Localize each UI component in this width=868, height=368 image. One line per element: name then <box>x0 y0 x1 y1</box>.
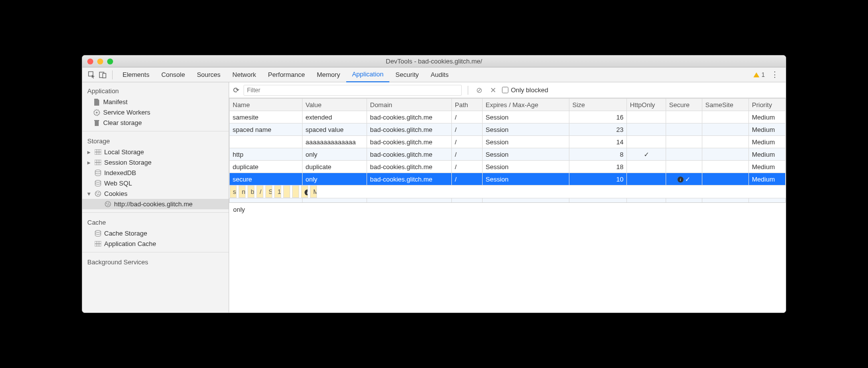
sidebar-item-local-storage[interactable]: ▸ Local Storage <box>82 147 229 157</box>
sidebar-item-label: Session Storage <box>104 159 151 166</box>
table-row[interactable]: samesitenonebad-cookies.glitch.me/Sessio… <box>230 185 303 198</box>
col-name[interactable]: Name <box>230 99 303 111</box>
sidebar-item-label: IndexedDB <box>104 169 136 177</box>
col-path[interactable]: Path <box>452 99 483 111</box>
sidebar-item-session-storage[interactable]: ▸ Session Storage <box>82 157 229 168</box>
col-priority[interactable]: Priority <box>749 99 786 111</box>
table-row-empty[interactable] <box>230 198 786 202</box>
sidebar-item-cookies[interactable]: ▾ Cookies <box>82 188 229 199</box>
cell-domain: bad-cookies.glitch.me <box>367 123 452 136</box>
tab-sources[interactable]: Sources <box>191 67 227 82</box>
inspect-element-icon[interactable] <box>86 69 97 80</box>
cell-value: extended <box>303 111 367 123</box>
minimize-window-button[interactable] <box>97 59 103 64</box>
tab-console[interactable]: Console <box>155 67 191 82</box>
panel-tabs: Elements Console Sources Network Perform… <box>82 67 786 82</box>
cell-priority: Medium <box>749 111 786 123</box>
sidebar-item-websql[interactable]: Web SQL <box>82 178 229 188</box>
database-icon <box>94 180 101 187</box>
divider <box>82 212 229 213</box>
cell-domain: bad-cookies.glitch.me <box>367 136 452 148</box>
sidebar-item-application-cache[interactable]: Application Cache <box>82 239 229 249</box>
sidebar-item-service-workers[interactable]: Service Workers <box>82 107 229 118</box>
tab-performance[interactable]: Performance <box>262 67 310 82</box>
col-expires[interactable]: Expires / Max-Age <box>483 99 569 111</box>
tab-label: Memory <box>317 71 340 78</box>
window-title: DevTools - bad-cookies.glitch.me/ <box>82 58 786 65</box>
col-httponly[interactable]: HttpOnly <box>627 99 666 111</box>
cell-empty <box>569 198 627 202</box>
cell-httponly <box>627 136 666 148</box>
cell-priority: Medium <box>749 173 786 185</box>
warnings-indicator[interactable]: 1 <box>753 71 768 78</box>
refresh-icon[interactable]: ⟳ <box>233 86 240 95</box>
cell-secure <box>292 185 299 198</box>
svg-point-22 <box>105 201 111 207</box>
table-row[interactable]: spaced namespaced valuebad-cookies.glitc… <box>230 123 786 136</box>
tab-memory[interactable]: Memory <box>311 67 346 82</box>
cell-expires: Session <box>483 111 569 123</box>
grid-icon <box>94 159 101 166</box>
tab-security[interactable]: Security <box>389 67 425 82</box>
sidebar-item-label: http://bad-cookies.glitch.me <box>114 200 192 208</box>
sidebar-item-clear-storage[interactable]: Clear storage <box>82 118 229 128</box>
table-row[interactable]: secureonlybad-cookies.glitch.me/Session1… <box>230 173 786 185</box>
clear-all-icon[interactable]: ⊘ <box>474 86 484 95</box>
cell-expires: Session <box>483 123 569 136</box>
col-secure[interactable]: Secure <box>666 99 702 111</box>
tab-network[interactable]: Network <box>227 67 262 82</box>
table-row[interactable]: samesiteextendedbad-cookies.glitch.me/Se… <box>230 111 786 123</box>
tab-application[interactable]: Application <box>346 67 390 82</box>
cell-secure <box>666 123 702 136</box>
cell-samesite <box>702 173 749 185</box>
sidebar-item-indexeddb[interactable]: IndexedDB <box>82 168 229 178</box>
svg-rect-2 <box>103 73 106 78</box>
delete-selected-icon[interactable]: ✕ <box>488 86 498 95</box>
col-samesite[interactable]: SameSite <box>702 99 749 111</box>
caret-down-icon: ▾ <box>86 190 91 197</box>
table-row[interactable]: aaaaaaaaaaaaaabad-cookies.glitch.me/Sess… <box>230 136 786 148</box>
main-body: Application Manifest Service Workers Cle… <box>82 82 786 312</box>
zoom-window-button[interactable] <box>107 59 113 64</box>
tab-elements[interactable]: Elements <box>117 67 155 82</box>
col-size[interactable]: Size <box>569 99 627 111</box>
caret-icon: ▸ <box>86 148 91 156</box>
sidebar-item-cache-storage[interactable]: Cache Storage <box>82 228 229 239</box>
cell-empty <box>627 198 666 202</box>
cell-value: spaced value <box>303 123 367 136</box>
cell-domain: bad-cookies.glitch.me <box>367 148 452 161</box>
more-menu-icon[interactable]: ⋮ <box>768 70 782 79</box>
cell-httponly: ✓ <box>627 148 666 161</box>
sidebar-item-label: Clear storage <box>103 119 142 126</box>
cell-path: / <box>452 173 483 185</box>
cell-expires: Session <box>483 161 569 173</box>
section-title-background-services: Background Services <box>82 255 229 268</box>
database-icon <box>94 170 101 177</box>
svg-point-15 <box>95 170 101 172</box>
filter-input[interactable] <box>244 85 462 96</box>
cell-samesite <box>702 136 749 148</box>
close-window-button[interactable] <box>87 59 93 64</box>
tab-audits[interactable]: Audits <box>425 67 454 82</box>
cookie-icon <box>94 190 101 197</box>
svg-rect-5 <box>95 121 99 126</box>
col-domain[interactable]: Domain <box>367 99 452 111</box>
toggle-device-icon[interactable] <box>97 69 108 80</box>
cookies-table[interactable]: Name Value Domain Path Expires / Max-Age… <box>229 98 786 202</box>
table-row[interactable]: httponlybad-cookies.glitch.me/Session8✓M… <box>230 148 786 161</box>
cell-path: / <box>452 136 483 148</box>
only-blocked-checkbox[interactable] <box>502 87 508 93</box>
database-icon <box>94 230 101 237</box>
sidebar-item-manifest[interactable]: Manifest <box>82 97 229 107</box>
col-value[interactable]: Value <box>303 99 367 111</box>
sidebar-item-cookie-origin[interactable]: http://bad-cookies.glitch.me <box>82 199 229 209</box>
cell-expires: Session <box>265 185 272 198</box>
only-blocked-toggle[interactable]: Only blocked <box>502 86 548 94</box>
tab-label: Application <box>352 70 384 78</box>
warning-icon <box>753 72 759 77</box>
cell-samesite <box>702 123 749 136</box>
table-row[interactable]: duplicateduplicatebad-cookies.glitch.me/… <box>230 161 786 173</box>
sidebar-item-label: Service Workers <box>103 109 150 116</box>
sidebar-item-label: Local Storage <box>104 148 144 156</box>
cell-priority: Medium <box>749 161 786 173</box>
